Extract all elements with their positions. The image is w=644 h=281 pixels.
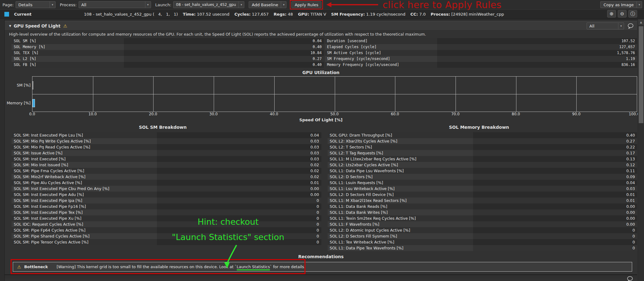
table-row: SOL L1: Lsu Writeback Active [%]0.03 [328,186,637,192]
apply-rules-annotation-box: Apply Rules [291,1,321,8]
apply-rules-button[interactable]: Apply Rules [291,1,321,8]
zoom-in-icon[interactable]: ⊕ [607,10,616,18]
chart-gridline [274,77,275,112]
current-stat: Time: 107.52 usecond [183,12,229,17]
current-stat: GPU: TITAN V [298,12,326,17]
chart-gridline [214,77,214,112]
table-row: SOL L2: T Sectors [%]0.22 [328,144,637,150]
chart-x-tick: 30.0 [209,112,218,116]
table-row: SOL FB [%]0.40 [12,62,324,68]
page-select-value: Details [18,3,32,7]
chart-x-tick: 20.0 [149,112,157,116]
chart-title: GPU Utilization [5,70,637,75]
table-row: SOL L1: Data Bank Reads [%]0.00 [328,203,637,209]
table-row: SOL L2 [%]0.27 [12,56,324,62]
chart-x-tick: 50.0 [330,112,339,116]
table-row: SOL L2: Lts2xbar Cycles Active [%]0.12 [328,162,637,168]
red-arrow-shaft [331,4,378,5]
current-stats: Time: 107.52 usecondCycles: 127,657Regs:… [178,12,504,17]
table-row: SOL SM: Inst Executed Pipe Cbu Pred On A… [12,186,321,192]
sol-sm-breakdown-title: SOL SM Breakdown [5,125,321,130]
add-baseline-button[interactable]: Add Baseline [249,1,281,8]
chevron-down-icon: ▾ [238,2,244,8]
section-warning-icon: ⚠ [63,23,67,28]
sol-sm-breakdown-table: SOL SM: Inst Executed Pipe Lsu [%]0.04SO… [12,132,321,245]
table-row: SOL SM: Inst Executed [%]0.03 [12,156,321,162]
add-baseline-split: Add Baseline ▾ [249,1,286,8]
chevron-down-icon[interactable]: ▾ [281,1,286,8]
table-row: SOL L2: D Sectors Fill Device [%]0.01 [328,192,637,198]
chart-gridline [93,77,93,112]
page-select[interactable]: Details ▾ [16,1,56,8]
table-row: SOL SM: Pipe Shared Cycles Active [%]0 [12,233,321,239]
table-row: SOL TEX [%]10.84 [12,50,324,56]
chart-x-tick: 0.0 [29,112,35,116]
collapse-caret-icon[interactable]: ▼ [9,24,11,28]
chart-gridline [516,77,516,112]
section-header-gpu-sol[interactable]: ▼ GPU Speed Of Light ⚠ All ▾ [5,21,637,31]
table-row: SM Active Cycles [cycle]1,578.76 [325,50,637,56]
bottleneck-message-pre: [Warning] This kernel grid is too small … [57,264,237,269]
comment-icon[interactable] [627,23,634,29]
section-filter-select[interactable]: All ▾ [587,23,624,29]
bottleneck-label: Bottleneck [24,264,48,269]
chart-x-tick: 60.0 [391,112,399,116]
table-row: SOL SM: Pipe Fp64 Cycles Active [%]0 [12,227,321,233]
current-stat: CC: 7.0 [410,12,426,17]
vertical-scrollbar[interactable]: ▲ [638,19,644,281]
table-row: SOL L1: M L1tex2xbar Req Cycles Active [… [328,156,637,162]
chart-gridline [576,77,577,112]
table-row: SOL SM: Issue Active [%]0.03 [12,150,321,156]
current-stat: Regs: 48 [274,12,293,17]
table-row: Duration [usecond]107.52 [325,38,637,44]
chevron-down-icon[interactable]: ▾ [637,1,642,8]
table-row: SOL L2: D Sectors [%]0.09 [328,174,637,180]
page-label: Page: [2,3,14,7]
table-row: Elapsed Cycles [cycle]127,657 [325,44,637,50]
zoom-out-icon[interactable]: ⊖ [618,10,627,18]
chart-x-tick: 90.0 [572,112,581,116]
chart-x-axis-label: Speed Of Light [%] [5,118,637,122]
table-row: SOL GPU: Dram Throughput [%]0.40 [328,132,637,138]
table-row: SOL SM [%]0.04 [12,38,324,44]
process-select[interactable]: All ▾ [79,1,151,8]
chart-x-tick: 70.0 [451,112,460,116]
sol-summary-table-right: Duration [usecond]107.52Elapsed Cycles [… [325,38,637,68]
table-row: SOL SM: Mio Pq Read Cycles Active [%]0.0… [12,144,321,150]
info-icon[interactable]: ⓘ [628,10,637,18]
section-title: GPU Speed Of Light [14,23,61,28]
chart-category-labels: SM [%]Memory [%] [5,76,32,112]
chart-x-tick: 80.0 [512,112,520,116]
section-description: High-level overview of the utilization f… [5,31,637,37]
scrollbar-thumb[interactable] [639,26,643,123]
bottleneck-warning-row: ⚠ Bottleneck [Warning] This kernel grid … [13,262,632,272]
comment-icon[interactable] [627,276,633,281]
table-row: SOL SM: Mio Inst Issued [%]0.02 [12,162,321,168]
chart-category-label: SM [%] [5,76,32,94]
chevron-down-icon: ▾ [50,2,55,8]
table-row: SOL L1: F Wavefronts [%]0.00 [328,221,637,227]
table-row: SOL L2: D Atomic Input Cycles Active [%]… [328,227,637,233]
details-page-panel: ▼ GPU Speed Of Light ⚠ All ▾ High-level … [4,19,644,281]
gpu-utilization-chart: SM [%]Memory [%] [5,76,637,112]
table-row: SOL SM: Mio Pq Write Cycles Active [%]0.… [12,138,321,144]
current-stat: Cycles: 127,657 [234,12,269,17]
chart-gridline [395,77,395,112]
sol-summary-table-left: SOL SM [%]0.04SOL Memory [%]0.40SOL TEX … [12,38,324,68]
sol-memory-breakdown-table: SOL GPU: Dram Throughput [%]0.40SOL L2: … [328,132,637,251]
scroll-up-icon[interactable]: ▲ [638,19,644,25]
table-row: SOL Memory [%]0.40 [12,44,324,50]
launch-statistics-link: Launch Statistics [237,264,270,270]
chart-x-axis-ticks: 0.010.020.030.040.050.060.070.080.090.01… [32,112,637,117]
table-row: SOL L2: T Tag Requests [%]0.17 [328,150,637,156]
red-annotation-text: click here to Apply Rules [383,0,501,10]
table-row: SOL L1: Tex Writeback Active [%]0 [328,239,637,245]
copy-as-image-button[interactable]: Copy as Image [600,1,637,8]
current-stat: SM Frequency: 1.19 cycle/nsecond [331,12,405,17]
table-row: SOL SM: Inst Executed Pipe Fp16 [%]0 [12,203,321,209]
red-arrowhead-icon [326,2,331,7]
launch-select[interactable]: 08 - set_halo_values_z_452_gpu ▾ [173,1,244,8]
chart-gridline [456,77,456,112]
chart-category-label: Memory [%] [5,94,32,112]
table-row: SOL L2: Xbar2lts Cycles Active [%]0.27 [328,138,637,144]
